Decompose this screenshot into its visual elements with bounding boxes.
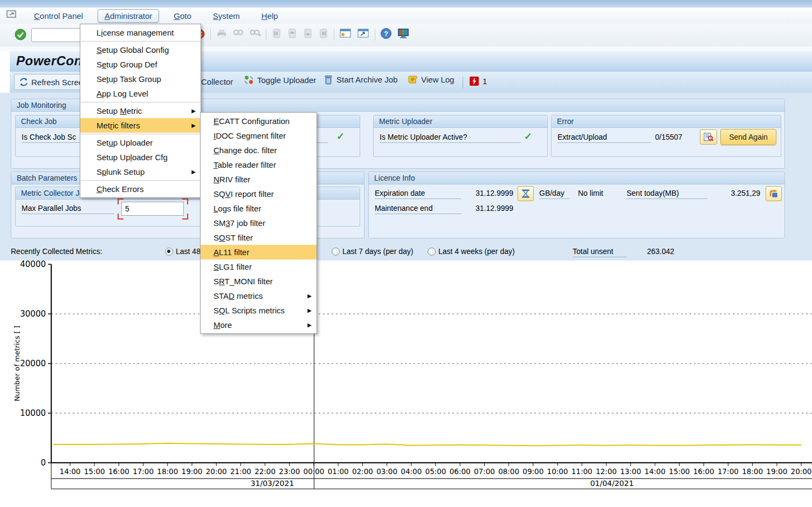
radio-last-4-weeks-label[interactable]: Last 4 weeks (per day) [438,247,515,256]
first-page-icon[interactable] [271,28,282,41]
total-unsent-label: Total unsent [573,247,627,257]
system-menu-icon[interactable] [6,10,17,21]
radio-last-48-hours[interactable] [165,248,173,256]
expiration-date-label: Expiration date [375,189,461,199]
menu-item-label: SRT_MONI filter [214,277,273,286]
radio-last-7-days-label[interactable]: Last 7 days (per day) [342,247,414,256]
menu-item-sost-filter[interactable]: SOST filter [201,230,316,245]
menu-item-setup-uploader[interactable]: Setup Uploader [80,135,201,150]
menubar-item-administrator[interactable]: Administrator [98,9,159,23]
start-archive-job-label: Start Archive Job [336,75,397,84]
collector-button-label[interactable]: Collector [201,77,233,86]
menu-item-more[interactable]: More▶ [201,318,316,332]
menu-separator [81,102,200,102]
powerconnect-window: Control PanelAdministratorGotoSystemHelp [0,0,812,507]
menu-item-label: SOST filter [214,233,253,242]
menu-item-change-doc-filter[interactable]: Change doc. filter [201,143,316,157]
x-tick-label: 18:00 [157,467,178,476]
help-icon[interactable]: ? [380,28,392,42]
next-page-icon[interactable] [302,28,313,41]
x-tick-label: 20:00 [791,467,812,476]
toggle-uploader-button[interactable]: Toggle Uploader [244,75,316,85]
menu-item-sm37-job-filter[interactable]: SM37 job filter [201,216,316,230]
previous-page-icon[interactable] [287,28,298,41]
print-icon[interactable] [216,28,228,41]
menu-item-ecatt-configuration[interactable]: ECATT Configuration [201,114,316,128]
last-page-icon[interactable] [318,28,329,41]
y-axis-title: Number of metrics [ ] [13,326,21,401]
menu-item-setup-global-config[interactable]: Setup Global Config [80,43,201,57]
menu-item-license-management[interactable]: License management [80,25,201,40]
x-tick-label: 06:00 [450,467,471,476]
x-tick-label: 18:00 [742,467,763,476]
menu-item-app-log-level[interactable]: App Log Level [80,86,201,101]
menu-item-splunk-setup[interactable]: Splunk Setup▶ [80,165,201,179]
menu-item-table-reader-filter[interactable]: Table reader filter [201,157,316,172]
enter-button[interactable] [14,28,27,43]
menubar-item-control-panel[interactable]: Control Panel [27,9,90,23]
radio-last-48-hours-label[interactable]: Last 48 [176,247,201,256]
menu-item-setup-metric[interactable]: Setup Metric▶ [80,104,201,118]
expiration-date-picker-button[interactable] [518,186,534,201]
find-icon[interactable] [232,28,244,41]
menu-item-label: Setup Uploader Cfg [97,153,168,162]
radio-last-7-days[interactable] [332,248,340,256]
menu-item-label: IDOC Segment filter [214,131,286,140]
sent-today-label: Sent today(MB) [627,189,707,199]
new-session-icon[interactable] [339,28,352,41]
x-tick-label: 02:00 [352,467,373,476]
x-tick-label: 14:00 [60,467,81,476]
submenu-arrow-icon: ▶ [191,165,196,179]
menu-item-label: Check Errors [97,184,144,194]
x-tick-label: 04:00 [401,467,422,476]
menu-item-sqvi-report-filter[interactable]: SQVI report filter [201,187,316,201]
expiration-date-value: 31.12.9999 [476,189,513,197]
toolbar-separator [334,29,334,40]
alert-lightning-icon [469,76,479,86]
send-again-button[interactable]: Send Again [720,129,776,145]
menu-item-idoc-segment-filter[interactable]: IDOC Segment filter [201,128,316,143]
menubar-item-goto[interactable]: Goto [167,9,198,23]
menu-item-sql-scripts-metrics[interactable]: SQL Scripts metrics▶ [201,303,316,318]
create-shortcut-icon[interactable] [357,28,370,41]
menu-item-setup-task-group[interactable]: Setup Task Group [80,72,201,86]
toolbar-separator [463,77,463,88]
menu-item-setup-uploader-cfg[interactable]: Setup Uploader Cfg [80,150,201,165]
menu-item-stad-metrics[interactable]: STAD metrics▶ [201,289,316,303]
x-tick-label: 23:00 [279,467,300,476]
menu-item-al11-filter[interactable]: AL11 filter [201,245,316,259]
radio-last-4-weeks[interactable] [428,248,436,256]
extract-upload-label: Extract/Upload [558,133,651,143]
menu-item-check-errors[interactable]: Check Errors [80,182,201,196]
menu-item-srt-moni-filter[interactable]: SRT_MONI filter [201,274,316,289]
system-toolbar-icons: ? [194,27,410,42]
error-details-button[interactable] [700,129,717,145]
menu-item-nriv-filter[interactable]: NRIV filter [201,172,316,187]
sent-today-refresh-button[interactable] [766,186,782,201]
maintenance-end-value: 31.12.9999 [476,204,513,213]
menubar-item-system[interactable]: System [206,9,247,23]
menubar-item-help[interactable]: Help [254,9,285,23]
menu-item-label: Setup Uploader [97,138,153,147]
menu-item-metric-filters[interactable]: Metric filters▶ [80,118,201,133]
alert-indicator[interactable]: 1 [469,76,487,86]
menu-item-slg1-filter[interactable]: SLG1 filter [201,259,316,274]
customize-layout-icon[interactable] [397,28,410,42]
submenu-arrow-icon: ▶ [307,318,312,332]
menu-item-label: Setup Task Group [97,74,161,84]
find-next-icon[interactable] [249,28,261,41]
menu-item-setup-group-def[interactable]: Setup Group Def [80,57,201,72]
view-log-button[interactable]: View Log [407,74,454,85]
menu-separator [81,41,200,42]
menu-item-logs-file-filter[interactable]: Logs file filter [201,201,316,216]
toggle-icon [244,75,254,85]
toolbar-separator [375,29,375,40]
max-parallel-jobs-input[interactable] [121,202,184,216]
x-tick-label: 14:00 [644,467,665,476]
date-label: 31/03/2021 [251,479,294,488]
series-line-data-collected [53,443,801,446]
metrics-chart: 010000200003000040000Number of metrics [… [0,261,812,507]
start-archive-job-button[interactable]: Start Archive Job [324,74,397,85]
x-tick-label: 05:00 [425,467,446,476]
x-tick-label: 15:00 [669,467,690,476]
